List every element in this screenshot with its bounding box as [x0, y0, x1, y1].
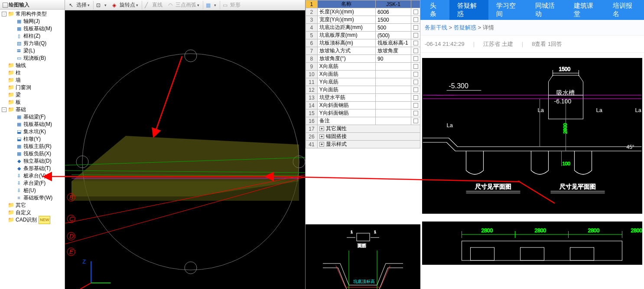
- prop-row[interactable]: 16备注: [306, 117, 420, 125]
- line-tool[interactable]: ╱直线: [142, 1, 165, 10]
- prop-group[interactable]: 41+显示样式: [306, 141, 420, 148]
- arc-tool[interactable]: ◠三点画弧▾: [166, 1, 202, 10]
- prop-check[interactable]: [411, 16, 420, 24]
- prop-check[interactable]: [411, 109, 420, 117]
- prop-check[interactable]: [411, 78, 420, 86]
- prop-check[interactable]: [411, 63, 420, 71]
- tree-node[interactable]: ▦基础梁(F): [2, 113, 65, 121]
- row-head-1[interactable]: 1: [306, 0, 318, 8]
- pick-point-tool[interactable]: ⊡▾: [93, 1, 109, 10]
- group-label[interactable]: +锚固搭接: [317, 133, 420, 141]
- section-drawing[interactable]: 1500 • • • • • • • • • • • • • • • • • •…: [422, 58, 642, 214]
- prop-row[interactable]: 10X向面筋: [306, 71, 420, 78]
- tree-node[interactable]: 轴线: [2, 62, 65, 69]
- tree-node[interactable]: -基础: [2, 106, 65, 113]
- prop-group[interactable]: 17+其它属性: [306, 125, 420, 133]
- tree-node[interactable]: 梁: [2, 91, 65, 99]
- prop-value[interactable]: 放坡角度: [376, 47, 411, 55]
- tree-node[interactable]: 其它: [2, 202, 65, 209]
- crumb-b[interactable]: 答疑解惑: [454, 24, 476, 32]
- prop-check[interactable]: [411, 55, 420, 63]
- section-thumbnail[interactable]: 11 面筋 坑底顶标高: [306, 224, 420, 289]
- tree-node[interactable]: ▧剪力墙(Q): [2, 40, 65, 47]
- prop-value[interactable]: 500: [376, 24, 411, 32]
- prop-value[interactable]: 90: [376, 55, 411, 63]
- prop-row[interactable]: 15Y向斜面钢筋: [306, 109, 420, 117]
- nav-item[interactable]: 学习空间: [488, 0, 527, 20]
- tree-node[interactable]: ▯框柱(Z): [2, 32, 65, 40]
- tree-node[interactable]: ▦筏板主筋(R): [2, 143, 65, 150]
- prop-value[interactable]: [376, 102, 411, 109]
- prop-value[interactable]: [376, 109, 411, 117]
- tree-node[interactable]: 〓梁(L): [2, 47, 65, 55]
- prop-value[interactable]: [376, 94, 411, 102]
- prop-row[interactable]: 12Y向面筋: [306, 86, 420, 94]
- prop-row[interactable]: 2长度(X向)(mm)6006: [306, 8, 420, 16]
- prop-row[interactable]: 7放坡输入方式放坡角度: [306, 47, 420, 55]
- prop-check[interactable]: [411, 24, 420, 32]
- prop-value[interactable]: (500): [376, 32, 411, 39]
- tree-node[interactable]: ▦筏板负筋(X): [2, 150, 65, 157]
- rotate-point-tool[interactable]: ◈旋转点▾: [110, 1, 141, 10]
- prop-row[interactable]: 3宽度(Y向)(mm)1500: [306, 16, 420, 24]
- prop-value[interactable]: 筏板底标高-1: [376, 39, 411, 47]
- tree-node[interactable]: ▦筏板基础(M): [2, 25, 65, 32]
- prop-row[interactable]: 11Y向底筋: [306, 78, 420, 86]
- prop-check[interactable]: [411, 47, 420, 55]
- prop-check[interactable]: [411, 39, 420, 47]
- prop-check[interactable]: [411, 32, 420, 39]
- tree-node[interactable]: ⇩承台梁(F): [2, 180, 65, 187]
- tree-node[interactable]: -常用构件类型: [2, 10, 65, 18]
- prop-check[interactable]: [411, 94, 420, 102]
- tree-toggle[interactable]: -: [2, 12, 7, 16]
- prop-header-value[interactable]: JSK-1: [376, 0, 411, 8]
- tree-node[interactable]: 门窗洞: [2, 84, 65, 91]
- tree-node[interactable]: ⬓柱墩(Y): [2, 135, 65, 143]
- tree-node[interactable]: ◆条形基础(T): [2, 165, 65, 172]
- tree-node[interactable]: 柱: [2, 69, 65, 77]
- prop-check[interactable]: [411, 8, 420, 16]
- rect-tool[interactable]: ▭矩形: [220, 1, 243, 10]
- tree-node[interactable]: ▦轴网(J): [2, 18, 65, 25]
- prop-check[interactable]: [411, 71, 420, 78]
- prop-check[interactable]: [411, 117, 420, 125]
- tree-toggle[interactable]: -: [2, 107, 7, 112]
- prop-value[interactable]: [376, 63, 411, 71]
- tree-node[interactable]: 板: [2, 99, 65, 106]
- prop-check[interactable]: [411, 86, 420, 94]
- group-label[interactable]: +其它属性: [317, 125, 420, 133]
- prop-row[interactable]: 8放坡角度(°)90: [306, 55, 420, 63]
- nav-item[interactable]: 同城活动: [527, 0, 566, 20]
- tree-node[interactable]: ⇩桩(U): [2, 187, 65, 194]
- nav-item[interactable]: 头条: [422, 0, 449, 20]
- prop-row[interactable]: 9X向底筋: [306, 63, 420, 71]
- prop-value[interactable]: 6006: [376, 8, 411, 16]
- prop-value[interactable]: [376, 117, 411, 125]
- prop-row[interactable]: 4坑底出边距离(mm)500: [306, 24, 420, 32]
- prop-row[interactable]: 6坑板顶标高(m)筏板底标高-1: [306, 39, 420, 47]
- prop-group[interactable]: 26+锚固搭接: [306, 133, 420, 141]
- plan-drawing[interactable]: 2800 2800 2800 2800: [422, 222, 642, 265]
- select-tool[interactable]: ↖选择▾: [67, 1, 92, 10]
- tree-node[interactable]: ▭现浇板(B): [2, 55, 65, 62]
- prop-value[interactable]: 1500: [376, 16, 411, 24]
- group-label[interactable]: +显示样式: [317, 141, 420, 148]
- tree-node[interactable]: ≡基础板带(W): [2, 194, 65, 202]
- prop-row[interactable]: 14X向斜面钢筋: [306, 102, 420, 109]
- crumb-a[interactable]: 务新干线: [425, 24, 447, 32]
- tree-node[interactable]: ⇩桩承台(V): [2, 172, 65, 180]
- extra-tool[interactable]: ▦▾: [203, 1, 219, 10]
- prop-row[interactable]: 5坑底板厚度(mm)(500): [306, 32, 420, 39]
- prop-value[interactable]: [376, 86, 411, 94]
- tree-node[interactable]: CAD识别NEW: [2, 216, 65, 224]
- tree-node[interactable]: ⬓集水坑(K): [2, 128, 65, 135]
- nav-item[interactable]: 答疑解惑: [449, 0, 488, 20]
- model-viewport[interactable]: B C D E Z: [65, 10, 305, 289]
- tree-node[interactable]: ▦筏板基础(M): [2, 121, 65, 128]
- nav-item[interactable]: 培训报名: [605, 0, 644, 20]
- nav-item[interactable]: 建筑课堂: [566, 0, 605, 20]
- prop-check[interactable]: [411, 102, 420, 109]
- prop-value[interactable]: [376, 71, 411, 78]
- prop-value[interactable]: [376, 78, 411, 86]
- tree-node[interactable]: 墙: [2, 77, 65, 84]
